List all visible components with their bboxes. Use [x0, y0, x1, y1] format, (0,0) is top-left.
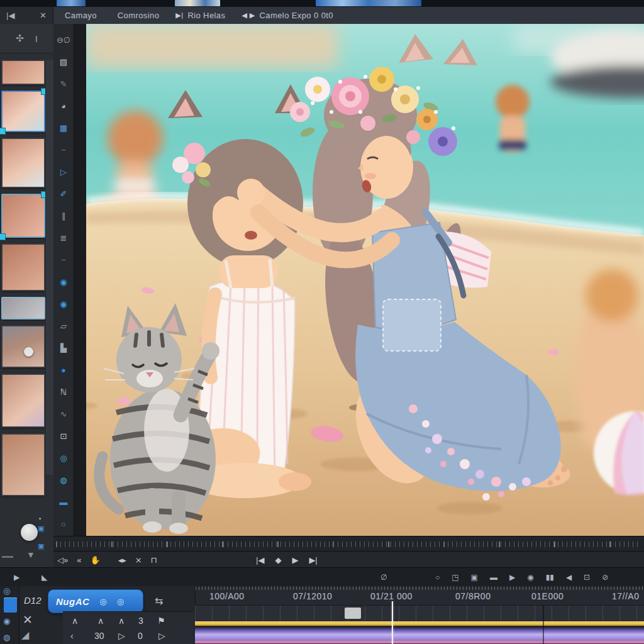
selection-handle[interactable] — [0, 233, 6, 240]
clip-disc-icon[interactable]: ◎ — [117, 597, 124, 606]
menu-item[interactable]: ▶|Rio Helas — [175, 11, 225, 20]
link-icon[interactable]: ⊖∅ — [53, 29, 74, 51]
media-thumbnail[interactable] — [1, 374, 45, 428]
disabled-icon[interactable]: ⊘ — [602, 573, 608, 582]
image-chip-icon[interactable]: ▣ — [38, 525, 44, 533]
loop-region-handle[interactable] — [345, 608, 361, 619]
snap-toggle-icon[interactable]: ⨯ — [135, 555, 142, 565]
hand-tool-icon[interactable]: ✋ — [90, 555, 100, 565]
ring-icon[interactable]: ○ — [53, 513, 74, 535]
play-small-icon[interactable]: ▶ — [14, 568, 19, 587]
media-thumbnail[interactable] — [1, 297, 45, 319]
timeline-tick-row[interactable] — [195, 605, 644, 622]
layers-icon[interactable]: ▦ — [53, 117, 74, 139]
step-icon[interactable]: ▷ — [118, 631, 125, 641]
menu-item[interactable]: ◀ ▶Camelo Expo 0 0t0 — [242, 11, 333, 20]
left-icon[interactable]: ‹ — [70, 631, 74, 641]
media-thumbnail[interactable] — [1, 325, 45, 368]
disc-icon[interactable]: ◉ — [3, 616, 10, 626]
dash-icon[interactable]: − — [53, 249, 74, 271]
audio-waveform-track[interactable] — [195, 628, 644, 644]
up-icon[interactable]: ∧ — [118, 616, 125, 626]
in-out-icon[interactable]: ⊓ — [151, 555, 157, 565]
slashes-icon[interactable]: ∥ — [53, 205, 74, 227]
selected-clip[interactable]: NugAC ◎ ◎ — [48, 589, 143, 613]
record-icon[interactable]: ◉ — [527, 573, 533, 582]
bar-icon[interactable]: ▬ — [490, 573, 497, 582]
null-icon[interactable]: ∅ — [380, 568, 387, 587]
media-thumbnail[interactable] — [1, 60, 45, 85]
timeline-ruler[interactable]: 100/A0007/1201001/21 00007/8R0001E00017/… — [195, 586, 644, 605]
thumbnail-scrollbar[interactable] — [45, 60, 53, 475]
media-thumbnail[interactable] — [1, 91, 45, 132]
image-chip-icon[interactable]: ▣ — [38, 542, 44, 550]
dash-icon[interactable]: − — [53, 139, 74, 161]
timecode: 07/8R00 — [455, 591, 491, 601]
pen-icon[interactable]: ✎ — [53, 73, 74, 95]
disc-icon[interactable]: ◉ — [53, 293, 74, 315]
folder-icon[interactable]: ▱ — [53, 315, 74, 337]
chart-icon[interactable]: ▙ — [53, 337, 74, 359]
text-tool-icon[interactable]: I — [35, 33, 38, 44]
ring-icon[interactable]: ◎ — [53, 447, 74, 469]
up-icon[interactable]: ∧ — [72, 616, 78, 626]
rewind-icon[interactable]: « — [77, 555, 81, 565]
ramp-icon[interactable]: ◢ — [21, 629, 29, 641]
top-strip — [0, 0, 644, 7]
clip-disc-icon[interactable]: ◎ — [99, 597, 106, 606]
brush-icon[interactable]: ✐ — [53, 183, 74, 205]
flag-icon[interactable]: ⚑ — [157, 616, 165, 626]
monitor-icon[interactable]: ⊡ — [584, 573, 590, 582]
n-box-icon[interactable]: ℕ — [53, 381, 74, 403]
monitor-icon[interactable]: ⊡ — [53, 425, 74, 447]
playhead[interactable] — [392, 601, 393, 644]
oval-icon[interactable]: ◍ — [53, 469, 74, 491]
back-icon[interactable]: |◀ — [6, 11, 14, 19]
video-track[interactable] — [195, 621, 644, 626]
oval-icon[interactable]: ◍ — [3, 633, 10, 642]
frame-step-icon[interactable]: ◂▸ — [118, 555, 126, 565]
tray-icon[interactable]: ▬ — [53, 491, 74, 513]
play-icon[interactable]: ▶ — [509, 573, 515, 582]
close-icon[interactable]: ✕ — [40, 11, 47, 19]
crop-icon[interactable]: ◳ — [452, 573, 458, 582]
tool-strip: ⊖∅ ▤ ✎ ◕ ▦ − ▷ ✐ ∥ ≣ − ◉ ◉ ▱ ▙ ● — [53, 24, 74, 536]
sidebar-round-button[interactable] — [21, 524, 38, 541]
selection-handle[interactable] — [0, 128, 6, 135]
skip-end-icon[interactable]: ▶| — [309, 555, 317, 565]
menu-item[interactable]: Camayo — [60, 11, 97, 20]
count-value: 3 — [138, 616, 143, 626]
preview-ruler[interactable] — [53, 536, 644, 552]
list-icon[interactable]: ▤ — [53, 51, 74, 73]
lines-icon[interactable]: ≣ — [53, 227, 74, 249]
play-icon[interactable]: ▶ — [292, 555, 298, 565]
active-track-button[interactable] — [4, 597, 17, 613]
skip-start-icon[interactable]: |◀ — [256, 555, 264, 565]
shuffle-icon[interactable]: ⇆ — [155, 595, 163, 607]
back-icon[interactable]: ◀ — [566, 573, 572, 582]
disc-icon[interactable]: ◉ — [53, 271, 74, 293]
menu-item[interactable]: Comrosino — [113, 11, 159, 20]
media-thumbnail[interactable] — [1, 243, 45, 291]
step-icon[interactable]: ▷ — [158, 631, 165, 641]
eye-icon[interactable]: ◕ — [53, 95, 74, 117]
preview-image — [86, 24, 644, 536]
media-thumbnail[interactable] — [1, 194, 45, 238]
up-icon[interactable]: ∧ — [97, 616, 104, 626]
image-icon[interactable]: ▣ — [471, 573, 478, 582]
pause-icon[interactable]: ▮▮ — [546, 573, 554, 582]
media-thumbnail[interactable] — [1, 433, 45, 496]
squiggle-icon[interactable]: ∿ — [53, 403, 74, 425]
circle-icon[interactable]: ○ — [435, 573, 440, 582]
ring-icon[interactable]: ◎ — [3, 586, 10, 596]
collapse-icon[interactable]: ▼ — [26, 550, 35, 560]
scroll-handle[interactable] — [24, 347, 33, 357]
pinwheel-tool-icon[interactable]: ✣ — [16, 33, 24, 44]
keyframe-icon[interactable]: ◆ — [275, 555, 281, 565]
close-icon[interactable]: ✕ — [23, 613, 33, 627]
corner-icon[interactable]: ◣ — [42, 568, 47, 587]
audio-scrub-icon[interactable]: ◁» — [57, 555, 68, 565]
play-outline-icon[interactable]: ▷ — [53, 161, 74, 183]
sphere-icon[interactable]: ● — [53, 359, 74, 381]
media-thumbnail[interactable] — [1, 138, 45, 188]
